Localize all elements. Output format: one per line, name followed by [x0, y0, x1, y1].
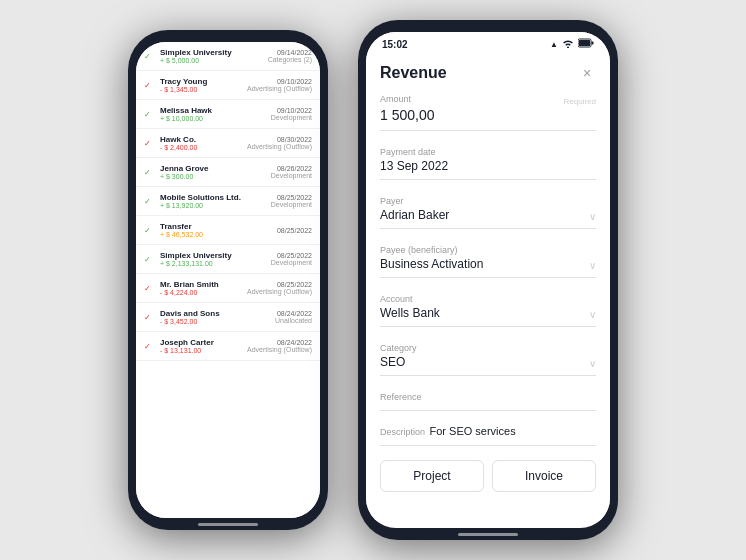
check-icon: ✓	[144, 313, 156, 322]
transaction-name: Tracy Young	[160, 77, 243, 86]
payer-chevron-icon[interactable]: ∨	[589, 211, 596, 222]
payee-chevron-icon[interactable]: ∨	[589, 260, 596, 271]
transaction-category: Development	[271, 172, 312, 179]
payer-label: Payer	[380, 196, 404, 206]
amount-required: Required	[564, 97, 596, 106]
account-label: Account	[380, 294, 413, 304]
payment-date-label: Payment date	[380, 147, 436, 157]
transaction-item[interactable]: ✓Melissa Hawk+ $ 10,000.0009/10/2022Deve…	[136, 100, 320, 129]
payee-value[interactable]: Business Activation	[380, 257, 483, 271]
transaction-category: Advertising (Outflow)	[247, 143, 312, 150]
transaction-item[interactable]: ✓Simplex University+ $ 5,000.0009/14/202…	[136, 42, 320, 71]
wifi-icon	[562, 38, 574, 50]
transaction-date: 08/25/2022	[247, 281, 312, 288]
transaction-amount: - $ 2,400.00	[160, 144, 243, 151]
amount-value[interactable]: 1 500,00	[380, 107, 435, 123]
signal-icon: ▲	[550, 40, 558, 49]
category-label: Category	[380, 343, 417, 353]
transaction-category: Development	[271, 114, 312, 121]
battery-icon	[578, 38, 594, 50]
transaction-item[interactable]: ✓Tracy Young- $ 1,345.0009/10/2022Advert…	[136, 71, 320, 100]
payer-value[interactable]: Adrian Baker	[380, 208, 449, 222]
right-phone: 15:02 ▲ Revenue × Amount Requi	[358, 20, 618, 540]
category-value[interactable]: SEO	[380, 355, 405, 369]
transaction-item[interactable]: ✓Transfer+ $ 46,532.0008/25/2022	[136, 216, 320, 245]
check-icon: ✓	[144, 284, 156, 293]
transaction-name: Joseph Carter	[160, 338, 243, 347]
transaction-amount: + $ 10,000.00	[160, 115, 267, 122]
transaction-date: 09/10/2022	[271, 107, 312, 114]
svg-rect-1	[579, 40, 590, 46]
transaction-name: Melissa Hawk	[160, 106, 267, 115]
transaction-item[interactable]: ✓Hawk Co.- $ 2,400.0008/30/2022Advertisi…	[136, 129, 320, 158]
description-value[interactable]: For SEO services	[429, 425, 515, 437]
close-button[interactable]: ×	[578, 64, 596, 82]
transaction-amount: - $ 1,345.00	[160, 86, 243, 93]
transaction-item[interactable]: ✓Mr. Brian Smith- $ 4,224.0008/25/2022Ad…	[136, 274, 320, 303]
payee-label: Payee (beneficiary)	[380, 245, 458, 255]
category-field: Category SEO ∨	[380, 337, 596, 376]
transaction-category: Advertising (Outflow)	[247, 288, 312, 295]
check-icon: ✓	[144, 110, 156, 119]
transaction-item[interactable]: ✓Mobile Solutions Ltd.+ $ 13,920.0008/25…	[136, 187, 320, 216]
category-chevron-icon[interactable]: ∨	[589, 358, 596, 369]
transaction-name: Hawk Co.	[160, 135, 243, 144]
transaction-name: Simplex University	[160, 48, 264, 57]
transaction-date: 08/25/2022	[271, 252, 312, 259]
payment-date-field: Payment date 13 Sep 2022	[380, 141, 596, 180]
transaction-item[interactable]: ✓Davis and Sons- $ 3,452.0008/24/2022Una…	[136, 303, 320, 332]
revenue-form: Revenue × Amount Required 1 500,00 Payme…	[366, 54, 610, 522]
transaction-amount: + $ 2,133,131.00	[160, 260, 267, 267]
transaction-date: 09/14/2022	[268, 49, 312, 56]
payment-date-value[interactable]: 13 Sep 2022	[380, 159, 448, 173]
transaction-date: 08/24/2022	[275, 310, 312, 317]
svg-rect-2	[592, 42, 594, 45]
transaction-name: Simplex University	[160, 251, 267, 260]
reference-field: Reference	[380, 386, 596, 411]
transaction-name: Mobile Solutions Ltd.	[160, 193, 267, 202]
transaction-amount: + $ 13,920.00	[160, 202, 267, 209]
transaction-amount: - $ 3,452.00	[160, 318, 271, 325]
transaction-category: Categories (2)	[268, 56, 312, 63]
left-screen: ✓Simplex University+ $ 5,000.0009/14/202…	[136, 42, 320, 518]
account-field: Account Wells Bank ∨	[380, 288, 596, 327]
transaction-name: Davis and Sons	[160, 309, 271, 318]
project-button[interactable]: Project	[380, 460, 484, 492]
transaction-item[interactable]: ✓Jenna Grove+ $ 300.0008/26/2022Developm…	[136, 158, 320, 187]
check-icon: ✓	[144, 168, 156, 177]
transaction-date: 09/10/2022	[247, 78, 312, 85]
form-title: Revenue	[380, 64, 447, 82]
transaction-date: 08/26/2022	[271, 165, 312, 172]
reference-label: Reference	[380, 392, 422, 402]
status-time: 15:02	[382, 39, 408, 50]
transaction-category: Development	[271, 201, 312, 208]
transaction-item[interactable]: ✓Joseph Carter- $ 13,131.0008/24/2022Adv…	[136, 332, 320, 361]
form-header: Revenue ×	[380, 64, 596, 82]
transaction-date: 08/25/2022	[277, 227, 312, 234]
home-indicator	[198, 523, 258, 526]
transaction-date: 08/25/2022	[271, 194, 312, 201]
account-value[interactable]: Wells Bank	[380, 306, 440, 320]
account-chevron-icon[interactable]: ∨	[589, 309, 596, 320]
left-phone: ✓Simplex University+ $ 5,000.0009/14/202…	[128, 30, 328, 530]
check-icon: ✓	[144, 226, 156, 235]
check-icon: ✓	[144, 197, 156, 206]
transaction-amount: - $ 13,131.00	[160, 347, 243, 354]
invoice-button[interactable]: Invoice	[492, 460, 596, 492]
description-label: Description	[380, 427, 425, 437]
transaction-amount: + $ 46,532.00	[160, 231, 273, 238]
transaction-category: Advertising (Outflow)	[247, 346, 312, 353]
check-icon: ✓	[144, 255, 156, 264]
transaction-item[interactable]: ✓Simplex University+ $ 2,133,131.0008/25…	[136, 245, 320, 274]
home-indicator-right	[458, 533, 518, 536]
transaction-date: 08/24/2022	[247, 339, 312, 346]
transaction-amount: + $ 5,000.00	[160, 57, 264, 64]
transaction-name: Mr. Brian Smith	[160, 280, 243, 289]
transaction-list: ✓Simplex University+ $ 5,000.0009/14/202…	[136, 42, 320, 518]
check-icon: ✓	[144, 342, 156, 351]
status-bar: 15:02 ▲	[366, 32, 610, 54]
right-screen: 15:02 ▲ Revenue × Amount Requi	[366, 32, 610, 528]
transaction-name: Jenna Grove	[160, 164, 267, 173]
payee-field: Payee (beneficiary) Business Activation …	[380, 239, 596, 278]
transaction-amount: + $ 300.00	[160, 173, 267, 180]
